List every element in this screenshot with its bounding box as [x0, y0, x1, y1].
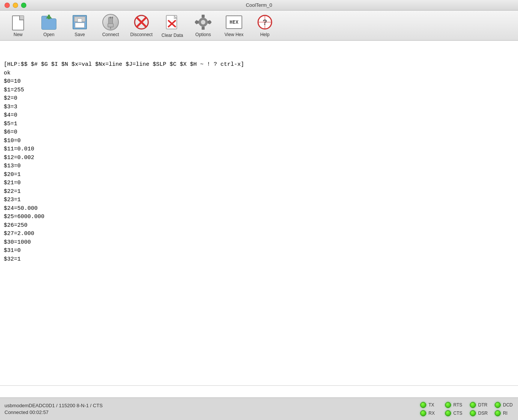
maximize-button[interactable] — [21, 3, 26, 8]
connect-icon — [102, 14, 120, 30]
toolbar: New Open Save — [0, 11, 518, 41]
save-button[interactable]: Save — [65, 12, 95, 39]
dsr-led — [470, 410, 476, 416]
open-icon — [40, 14, 58, 30]
cts-row: CTS — [445, 410, 464, 416]
cts-label: CTS — [453, 411, 464, 416]
cts-led — [445, 410, 451, 416]
svg-point-20 — [201, 20, 205, 24]
rts-row: RTS — [445, 402, 464, 408]
dcd-ri-group: DCD RI — [495, 402, 513, 416]
tx-row: TX — [420, 402, 439, 408]
main-area: [HLP:$$ $# $G $I $N $x=val $Nx=line $J=l… — [0, 41, 518, 397]
dcd-led — [495, 402, 501, 408]
status-right: TX RX RTS CTS DTR — [420, 402, 513, 416]
close-button[interactable] — [5, 3, 10, 8]
rx-led — [420, 410, 426, 416]
dtr-row: DTR — [470, 402, 489, 408]
tx-rx-group: TX RX — [420, 402, 439, 416]
rts-cts-group: RTS CTS — [445, 402, 464, 416]
dtr-led — [470, 402, 476, 408]
svg-rect-1 — [110, 17, 111, 18]
minimize-button[interactable] — [13, 3, 18, 8]
clear-data-button[interactable]: Clear Data — [157, 12, 187, 39]
dsr-label: DSR — [478, 411, 489, 416]
dcd-row: DCD — [495, 402, 513, 408]
ri-led — [495, 410, 501, 416]
new-icon — [9, 14, 27, 30]
save-icon — [71, 14, 89, 30]
connect-button[interactable]: Connect — [96, 12, 126, 39]
options-icon — [194, 14, 212, 30]
status-bar: usbmodemDEADC0D1 / 115200 8-N-1 / CTS Co… — [0, 397, 518, 420]
rts-led — [445, 402, 451, 408]
terminal-output[interactable]: [HLP:$$ $# $G $I $N $x=val $Nx=line $J=l… — [0, 41, 518, 385]
connection-timer: Connected 00:02:57 — [5, 409, 420, 415]
clear-data-icon — [163, 13, 181, 31]
rx-row: RX — [420, 410, 439, 416]
status-left: usbmodemDEADC0D1 / 115200 8-N-1 / CTS Co… — [5, 403, 420, 415]
rts-label: RTS — [453, 402, 464, 408]
help-button[interactable]: ? Help — [250, 12, 280, 39]
tx-label: TX — [428, 402, 439, 408]
svg-rect-12 — [202, 27, 205, 30]
svg-rect-3 — [108, 23, 114, 27]
view-hex-button[interactable]: HEX View Hex — [219, 12, 249, 39]
help-icon: ? — [256, 14, 274, 30]
svg-rect-2 — [112, 17, 113, 18]
dtr-label: DTR — [478, 402, 489, 408]
new-button[interactable]: New — [3, 12, 33, 39]
open-button[interactable]: Open — [34, 12, 64, 39]
svg-text:?: ? — [263, 18, 267, 26]
options-button[interactable]: Options — [188, 12, 218, 39]
rx-label: RX — [428, 411, 439, 416]
dsr-row: DSR — [470, 410, 489, 416]
dtr-dsr-group: DTR DSR — [470, 402, 489, 416]
input-area[interactable] — [0, 385, 518, 397]
connection-info: usbmodemDEADC0D1 / 115200 8-N-1 / CTS — [5, 403, 420, 408]
view-hex-icon: HEX — [225, 14, 243, 30]
terminal-input[interactable] — [0, 386, 518, 397]
window-title: CoolTerm_0 — [246, 2, 272, 8]
dcd-label: DCD — [503, 402, 513, 408]
disconnect-icon — [132, 14, 150, 30]
tx-led — [420, 402, 426, 408]
ri-label: RI — [503, 411, 513, 416]
window-controls[interactable] — [5, 3, 26, 8]
disconnect-button[interactable]: Disconnect — [126, 12, 156, 39]
title-bar: CoolTerm_0 — [0, 0, 518, 11]
ri-row: RI — [495, 410, 513, 416]
svg-rect-11 — [202, 15, 205, 18]
terminal-content: [HLP:$$ $# $G $I $N $x=val $Nx=line $J=l… — [4, 61, 514, 264]
